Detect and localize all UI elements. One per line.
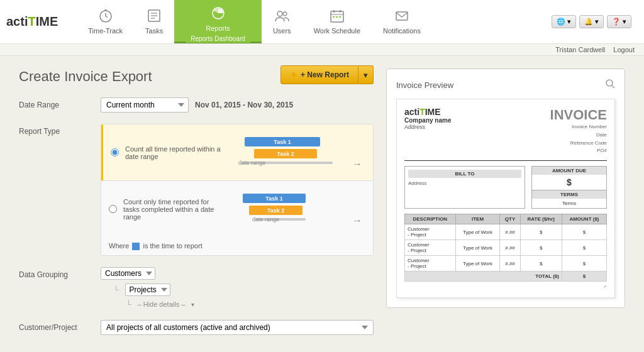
- date-range-label-1: date range: [238, 160, 265, 166]
- user-bar: Tristan Cardwell Logout: [0, 44, 644, 56]
- data-grouping-row: Data Grouping Customers └ Projects: [19, 267, 374, 309]
- report-option-2-text: Count only time reported for tasks compl…: [123, 198, 224, 221]
- report-type-content: Count all time reported within a date ra…: [101, 124, 374, 256]
- invoice-document: actiTIME Company name Address INVOICE In…: [396, 99, 615, 298]
- nav-item-time-track[interactable]: Time-Track: [77, 0, 134, 43]
- grouping-level-2-select[interactable]: Projects: [125, 283, 170, 296]
- globe-button[interactable]: 🌐 ▾: [552, 15, 576, 28]
- report-option-1[interactable]: Count all time reported within a date ra…: [101, 124, 373, 180]
- row3-item: Type of Work: [455, 256, 500, 272]
- table-row: Customer- Project Type of Work #.## $ $: [405, 224, 607, 240]
- right-panel: Invoice Preview actiTIME Company name Ad…: [386, 69, 625, 346]
- nav-item-reports[interactable]: Reports Reports Dashboard: [174, 0, 262, 43]
- svg-rect-16: [336, 16, 338, 18]
- active-sublabel: Reports Dashboard: [186, 35, 250, 43]
- reports-icon: [209, 4, 227, 22]
- time-track-icon: [97, 7, 114, 25]
- left-panel: Create Invoice Export ✦ + New Report ▾ D…: [19, 69, 374, 346]
- top-navigation: actiTIME Time-Track Tasks Reports Report…: [0, 0, 644, 44]
- header-area: Create Invoice Export ✦ + New Report ▾: [19, 69, 374, 85]
- row1-amount: $: [562, 224, 606, 240]
- svg-point-19: [606, 80, 613, 86]
- date-range-text: Nov 01, 2015 - Nov 30, 2015: [195, 101, 293, 109]
- row3-amount: $: [562, 256, 606, 272]
- nav-item-tasks[interactable]: Tasks: [134, 0, 174, 43]
- new-report-dropdown-button[interactable]: ▾: [358, 65, 374, 84]
- col-item: ITEM: [455, 214, 500, 224]
- report-option-2[interactable]: Count only time reported for tasks compl…: [101, 181, 373, 237]
- nav-item-notifications[interactable]: Notifications: [372, 0, 432, 43]
- svg-rect-15: [333, 16, 335, 18]
- invoice-search-button[interactable]: [605, 79, 615, 91]
- total-label: TOTAL ($): [405, 272, 562, 282]
- invoice-divider: [404, 160, 607, 161]
- nav-label-users: Users: [273, 27, 291, 35]
- customer-project-content: All projects of all customers (active an…: [101, 320, 374, 335]
- nav-label-tasks: Tasks: [145, 27, 163, 35]
- help-button[interactable]: ❓ ▾: [607, 15, 631, 28]
- task1-bar: Task 1: [245, 137, 320, 146]
- users-icon: [273, 7, 291, 25]
- report-option-1-radio[interactable]: [111, 148, 119, 157]
- invoice-table: DESCRIPTION ITEM QTY RATE ($/hr) AMOUNT …: [404, 214, 607, 282]
- date-range-label-2: date range: [252, 216, 279, 223]
- logo: actiTIME: [6, 0, 58, 43]
- total-row: TOTAL ($) $: [405, 272, 607, 282]
- blue-indicator: [132, 243, 140, 250]
- date-range-select[interactable]: Current month: [101, 97, 189, 113]
- invoice-info: Invoice Number Date Reference Code PO#: [550, 123, 607, 155]
- grouping-level-1: Customers: [101, 267, 374, 280]
- arrow-icon-2: →: [352, 215, 362, 226]
- invoice-body: BILL TO Address AMOUNT DUE $ TERMS Terms: [404, 166, 607, 209]
- nav-label-work-schedule: Work Schedule: [314, 27, 360, 35]
- nav-item-work-schedule[interactable]: Work Schedule: [303, 0, 372, 43]
- svg-point-10: [283, 12, 287, 16]
- grouping-level-2: └ Projects: [113, 283, 374, 296]
- grouping-level-1-select[interactable]: Customers: [101, 267, 155, 280]
- col-rate: RATE ($/hr): [520, 214, 562, 224]
- tree-line: └: [113, 285, 119, 294]
- row3-desc: Customer- Project: [405, 256, 456, 272]
- task1-bar-2: Task 1: [243, 194, 306, 203]
- grouping-hide-details: └ – Hide details – ▾: [126, 300, 374, 309]
- amount-value: $: [532, 175, 606, 190]
- gantt-chart-2: Task 1 Task 2 date range →: [230, 189, 365, 229]
- main-content: Create Invoice Export ✦ + New Report ▾ D…: [0, 56, 644, 352]
- svg-rect-17: [339, 16, 341, 18]
- new-report-label: + New Report: [301, 70, 349, 79]
- task2-bar: Task 2: [254, 149, 317, 158]
- grouping-area: Customers └ Projects └ – Hide details – …: [101, 267, 374, 309]
- row3-rate: $: [520, 256, 562, 272]
- row2-desc: Customer- Project: [405, 240, 456, 256]
- new-report-container: ✦ + New Report ▾: [280, 65, 374, 84]
- notifications-icon: [393, 7, 411, 25]
- nav-item-users[interactable]: Users: [262, 0, 303, 43]
- invoice-company: Company name Address: [404, 117, 451, 130]
- where-text: Where is the time to report: [101, 237, 373, 255]
- svg-line-2: [106, 16, 108, 18]
- invoice-title: INVOICE: [550, 107, 607, 123]
- svg-line-20: [612, 85, 614, 88]
- data-grouping-content: Customers └ Projects └ – Hide details – …: [101, 267, 374, 309]
- terms-header: TERMS: [532, 190, 606, 199]
- invoice-preview: Invoice Preview actiTIME Company name Ad…: [386, 69, 625, 308]
- logout-link[interactable]: Logout: [613, 46, 635, 53]
- report-option-2-radio[interactable]: [109, 205, 117, 213]
- customer-project-select[interactable]: All projects of all customers (active an…: [101, 320, 374, 335]
- hide-details-link[interactable]: – Hide details –: [138, 300, 186, 308]
- tasks-icon: [145, 7, 163, 25]
- report-type-label: Report Type: [19, 124, 101, 136]
- new-report-button[interactable]: ✦ + New Report: [280, 65, 358, 84]
- date-range-label: Date Range: [19, 97, 101, 109]
- nav-label-reports: Reports: [206, 25, 230, 32]
- row1-qty: #.##: [500, 224, 520, 240]
- nav-label-time-track: Time-Track: [88, 27, 123, 35]
- col-amount: AMOUNT ($): [562, 214, 606, 224]
- bell-button[interactable]: 🔔 ▾: [579, 15, 604, 28]
- row3-qty: #.##: [500, 256, 520, 272]
- row2-item: Type of Work: [455, 240, 500, 256]
- hide-details-arrow[interactable]: ▾: [191, 301, 194, 308]
- row2-rate: $: [520, 240, 562, 256]
- row1-rate: $: [520, 224, 562, 240]
- data-grouping-label: Data Grouping: [19, 267, 101, 279]
